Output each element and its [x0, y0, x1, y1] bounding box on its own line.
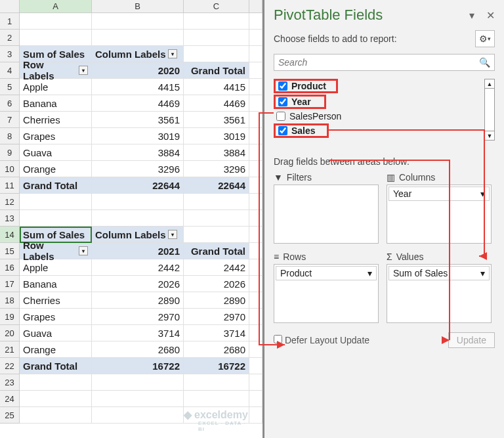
field-salesperson[interactable]: SalesPerson: [274, 109, 495, 123]
cell[interactable]: [184, 30, 249, 46]
row-header[interactable]: 3: [0, 46, 20, 62]
cell[interactable]: [249, 358, 262, 374]
cell[interactable]: 3714: [184, 325, 249, 341]
rows-dropzone[interactable]: Product▾: [274, 264, 379, 323]
cell[interactable]: [249, 259, 262, 276]
cell[interactable]: 16722: [184, 358, 249, 374]
cell[interactable]: [249, 292, 262, 309]
row-header[interactable]: 6: [0, 95, 20, 112]
cell[interactable]: Guava: [20, 144, 92, 161]
defer-layout-checkbox[interactable]: Defer Layout Update: [274, 335, 369, 345]
cell[interactable]: [20, 13, 92, 30]
row-header[interactable]: 25: [0, 407, 20, 424]
cell[interactable]: 2026: [184, 276, 249, 292]
cell[interactable]: [184, 227, 249, 243]
scroll-up-icon[interactable]: ▲: [485, 79, 494, 89]
cell[interactable]: [184, 374, 249, 391]
cell[interactable]: 2890: [184, 292, 249, 309]
cell[interactable]: [249, 194, 262, 210]
cell[interactable]: Guava: [20, 325, 92, 341]
cell[interactable]: 4469: [92, 95, 184, 112]
row-header[interactable]: 17: [0, 276, 20, 292]
cell[interactable]: Orange: [20, 161, 92, 177]
row-header[interactable]: 10: [0, 161, 20, 177]
cell[interactable]: [20, 30, 92, 46]
pivot2-row-labels[interactable]: Row Labels▾: [20, 243, 92, 259]
cell[interactable]: [92, 13, 184, 30]
row-header[interactable]: 5: [0, 79, 20, 95]
cell[interactable]: Cherries: [20, 292, 92, 309]
cell[interactable]: [249, 161, 262, 177]
row-header[interactable]: 8: [0, 128, 20, 144]
checkbox[interactable]: [276, 112, 285, 121]
cell[interactable]: [184, 194, 249, 210]
cell[interactable]: [20, 210, 92, 227]
cell[interactable]: [20, 407, 92, 424]
row-header[interactable]: 1: [0, 13, 20, 30]
cell[interactable]: Banana: [20, 95, 92, 112]
columns-dropzone[interactable]: Year▾: [387, 185, 492, 244]
cell[interactable]: 2890: [92, 292, 184, 309]
dropdown-icon[interactable]: ▾: [168, 49, 177, 58]
row-header[interactable]: 12: [0, 194, 20, 210]
field-year[interactable]: Year: [274, 95, 326, 109]
cell[interactable]: [249, 391, 262, 407]
cell[interactable]: 4415: [184, 79, 249, 95]
cell[interactable]: 16722: [92, 358, 184, 374]
cell[interactable]: Apple: [20, 259, 92, 276]
pivot2-col-labels[interactable]: Column Labels▾: [92, 227, 184, 243]
cell[interactable]: 3296: [92, 161, 184, 177]
pivot1-col-labels[interactable]: Column Labels▾: [92, 46, 184, 62]
scroll-down-icon[interactable]: ▼: [485, 131, 494, 140]
cell[interactable]: [92, 194, 184, 210]
cell[interactable]: 2026: [92, 276, 184, 292]
row-header[interactable]: 9: [0, 144, 20, 161]
row-header[interactable]: 23: [0, 374, 20, 391]
checkbox[interactable]: [278, 126, 287, 135]
cell[interactable]: 3884: [184, 144, 249, 161]
cell[interactable]: [249, 341, 262, 358]
cell[interactable]: 2970: [184, 309, 249, 325]
cell[interactable]: [249, 407, 262, 424]
row-header[interactable]: 4: [0, 62, 20, 79]
chevron-down-icon[interactable]: ▾: [480, 268, 485, 278]
dropdown-icon[interactable]: ▾: [79, 66, 88, 75]
pivot1-year[interactable]: 2020: [92, 62, 184, 79]
cell[interactable]: [20, 391, 92, 407]
cell[interactable]: [249, 95, 262, 112]
cell[interactable]: [249, 62, 262, 79]
select-all-corner[interactable]: [0, 0, 20, 12]
cell[interactable]: Orange: [20, 341, 92, 358]
cell[interactable]: 22644: [184, 177, 249, 194]
search-input[interactable]: [278, 57, 479, 68]
cell[interactable]: [249, 128, 262, 144]
cell[interactable]: 3714: [92, 325, 184, 341]
row-header[interactable]: 14: [0, 227, 20, 243]
values-dropzone[interactable]: Sum of Sales▾: [387, 264, 492, 323]
cell[interactable]: [92, 407, 184, 424]
cell[interactable]: [249, 144, 262, 161]
update-button[interactable]: Update: [448, 332, 495, 348]
cell[interactable]: [249, 276, 262, 292]
cell[interactable]: [184, 46, 249, 62]
cell[interactable]: [92, 30, 184, 46]
col-header-A[interactable]: A: [20, 0, 92, 12]
cell[interactable]: 3019: [92, 128, 184, 144]
search-input-wrapper[interactable]: 🔍: [274, 54, 495, 71]
chevron-down-icon[interactable]: ▾: [368, 268, 372, 278]
area-item-year[interactable]: Year▾: [388, 186, 490, 201]
cell[interactable]: [249, 243, 262, 259]
col-header-B[interactable]: B: [92, 0, 184, 12]
cell[interactable]: [92, 210, 184, 227]
checkbox[interactable]: [274, 335, 282, 343]
cell[interactable]: 2442: [92, 259, 184, 276]
pivot1-gt-header[interactable]: Grand Total: [184, 62, 249, 79]
cell[interactable]: 4469: [184, 95, 249, 112]
cell[interactable]: 2680: [184, 341, 249, 358]
field-sales[interactable]: Sales: [274, 123, 329, 138]
dropdown-icon[interactable]: ▾: [168, 230, 177, 239]
cell[interactable]: Grapes: [20, 309, 92, 325]
field-product[interactable]: Product: [274, 79, 338, 93]
row-header[interactable]: 15: [0, 243, 20, 259]
row-header[interactable]: 18: [0, 292, 20, 309]
